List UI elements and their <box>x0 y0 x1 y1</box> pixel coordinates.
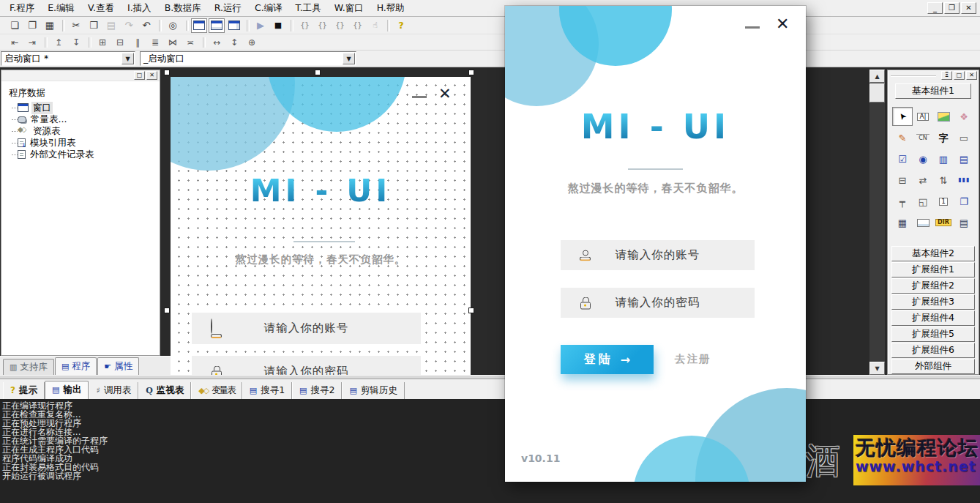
tree-maximize-button[interactable]: □ <box>134 71 145 80</box>
menu-tools[interactable]: T.工具 <box>289 0 328 17</box>
selection-handle[interactable] <box>468 308 474 313</box>
editbox-tool[interactable]: ✎ <box>892 128 913 147</box>
image-listbox-tool[interactable]: ▥ <box>933 149 954 168</box>
menu-view[interactable]: V.查看 <box>81 0 121 17</box>
panel-tool[interactable]: ▭ <box>954 128 974 147</box>
app-minimize-button[interactable]: _ <box>927 2 943 14</box>
open-file-button[interactable]: ❐ <box>24 18 40 33</box>
account-input[interactable]: 请输入你的账号 <box>192 313 421 344</box>
tab-clip-history[interactable]: ▤ 剪辑历史 <box>342 382 404 399</box>
minimize-button[interactable] <box>745 26 760 29</box>
object-name-combobox[interactable]: _启动窗口 ▼ <box>140 51 356 66</box>
selection-handle[interactable] <box>164 308 170 313</box>
toolbox-maximize-button[interactable]: □ <box>954 71 965 80</box>
account-input[interactable]: 请输入你的账号 <box>561 240 755 270</box>
category-ext-1[interactable]: 扩展组件1 <box>891 262 975 277</box>
tree-item-resource-table[interactable]: 资源表 <box>7 125 160 137</box>
layout-split-right-button[interactable] <box>226 18 242 33</box>
password-input[interactable]: 请输入你的密码 <box>561 288 755 318</box>
align-left-edges-button[interactable]: ⇤ <box>7 36 23 49</box>
menu-program[interactable]: F.程序 <box>3 0 41 17</box>
selection-handle[interactable] <box>315 70 321 75</box>
menu-insert[interactable]: I.插入 <box>121 0 158 17</box>
minimize-button[interactable] <box>412 96 427 98</box>
groupbox-tool[interactable]: CN <box>913 128 933 147</box>
step-into-button[interactable]: {} <box>296 18 313 33</box>
form-designer-canvas[interactable]: ✕ MI - UI 熬过漫长的等待，春天不负韶华。 请输入你的账号 请输入你的密… <box>171 77 471 376</box>
select-tool[interactable]: ➤ <box>892 107 913 126</box>
redo-button[interactable]: ↷ <box>121 18 137 33</box>
selection-handle[interactable] <box>468 70 474 75</box>
hscrollbar-tool[interactable]: ⇄ <box>913 171 933 190</box>
edit-small-tool[interactable] <box>913 213 933 232</box>
progressbar-tool[interactable]: ▮▮▮ <box>954 171 974 190</box>
copy-button[interactable]: ❒ <box>86 18 102 33</box>
category-ext-2[interactable]: 扩展组件2 <box>891 278 975 294</box>
chevron-down-icon[interactable]: ▼ <box>121 53 134 64</box>
center-horizontal-button[interactable]: ⊞ <box>94 36 111 49</box>
picture-tool[interactable] <box>933 107 954 126</box>
find-button[interactable]: ◎ <box>165 18 181 33</box>
same-height-button[interactable]: ≍ <box>182 36 198 49</box>
stop-button[interactable]: ■ <box>270 18 286 33</box>
menu-edit[interactable]: E.编辑 <box>41 0 81 17</box>
designer-vertical-scrollbar[interactable]: ▲ ▼ <box>869 70 885 375</box>
option-list-tool[interactable]: ⊟ <box>892 171 913 190</box>
menu-compile[interactable]: C.编译 <box>248 0 289 17</box>
save-button[interactable]: ▦ <box>42 18 58 33</box>
app-restore-button[interactable]: ❐ <box>944 2 960 14</box>
tree-close-button[interactable]: ✕ <box>146 71 157 80</box>
menu-database[interactable]: B.数据库 <box>158 0 208 17</box>
calendar-tool[interactable]: ▦ <box>892 213 913 232</box>
tab-support-libraries[interactable]: ▥ 支持库 <box>3 359 54 375</box>
cut-button[interactable]: ✂ <box>68 18 84 33</box>
menu-run[interactable]: R.运行 <box>208 0 248 17</box>
vscrollbar-tool[interactable]: ⇅ <box>933 171 954 190</box>
menu-help[interactable]: H.帮助 <box>370 0 411 17</box>
tree-item-external-file-table[interactable]: 外部文件记录表 <box>7 149 160 160</box>
pause-button[interactable]: ☝ <box>367 18 383 33</box>
layout-split-bottom-button[interactable] <box>209 18 225 33</box>
app-close-button[interactable]: ✕ <box>961 2 976 14</box>
undo-button[interactable]: ↶ <box>138 18 154 33</box>
document-tool[interactable]: ▤ <box>954 213 974 232</box>
register-link[interactable]: 去注册 <box>675 352 711 366</box>
menu-window[interactable]: W.窗口 <box>328 0 370 17</box>
tab-call-table[interactable]: ♯ 调用表 <box>89 382 138 399</box>
tab-properties[interactable]: ☛ 属性 <box>97 357 139 375</box>
category-ext-5[interactable]: 扩展组件5 <box>891 327 975 342</box>
tab-control-tool[interactable]: ◱ <box>913 192 933 211</box>
center-vertical-button[interactable]: ⊟ <box>112 36 128 49</box>
static-text-tool[interactable]: 字 <box>933 128 954 147</box>
chevron-down-icon[interactable]: ▼ <box>343 53 355 64</box>
paste-button[interactable]: ▤ <box>103 18 119 33</box>
dir-tool[interactable]: DIR <box>933 213 954 232</box>
run-to-cursor-button[interactable]: {} <box>349 18 365 33</box>
close-icon[interactable]: ✕ <box>776 16 789 32</box>
align-bottom-edges-button[interactable]: ↧ <box>68 36 84 49</box>
tab-search-1[interactable]: ▤ 搜寻1 <box>242 382 292 399</box>
category-external[interactable]: 外部组件 <box>891 359 975 374</box>
category-ext-6[interactable]: 扩展组件6 <box>891 343 975 358</box>
align-top-edges-button[interactable]: ↥ <box>51 36 67 49</box>
tree-item-module-ref-table[interactable]: 模块引用表 <box>7 137 160 149</box>
category-ext-4[interactable]: 扩展组件4 <box>891 310 975 326</box>
category-ext-3[interactable]: 扩展组件3 <box>891 294 975 310</box>
startup-window-combobox[interactable]: 启动窗口 * ▼ <box>1 51 135 66</box>
toolbox-close-button[interactable]: ✕ <box>966 71 977 80</box>
same-width-button[interactable]: ⋈ <box>165 36 181 49</box>
category-basic-1[interactable]: 基本组件1 <box>895 83 971 99</box>
close-icon[interactable]: ✕ <box>438 86 452 102</box>
step-over-button[interactable]: {} <box>314 18 330 33</box>
slider-tool[interactable]: ┯ <box>892 192 913 211</box>
tab-watch-table[interactable]: Q 监视表 <box>138 382 191 399</box>
label-tool[interactable]: A| <box>913 107 933 126</box>
password-input[interactable]: 请输入你的密码 <box>192 356 421 376</box>
scrollbar-thumb[interactable] <box>869 83 885 103</box>
space-down-button[interactable]: ≣ <box>147 36 163 49</box>
new-file-button[interactable]: ❏ <box>7 18 23 33</box>
tree-item-constant-table[interactable]: 常量表... <box>7 113 160 125</box>
shape-tool[interactable]: ❖ <box>954 107 974 126</box>
stretch-width-button[interactable]: ↔ <box>209 36 225 49</box>
align-right-edges-button[interactable]: ⇥ <box>24 36 40 49</box>
